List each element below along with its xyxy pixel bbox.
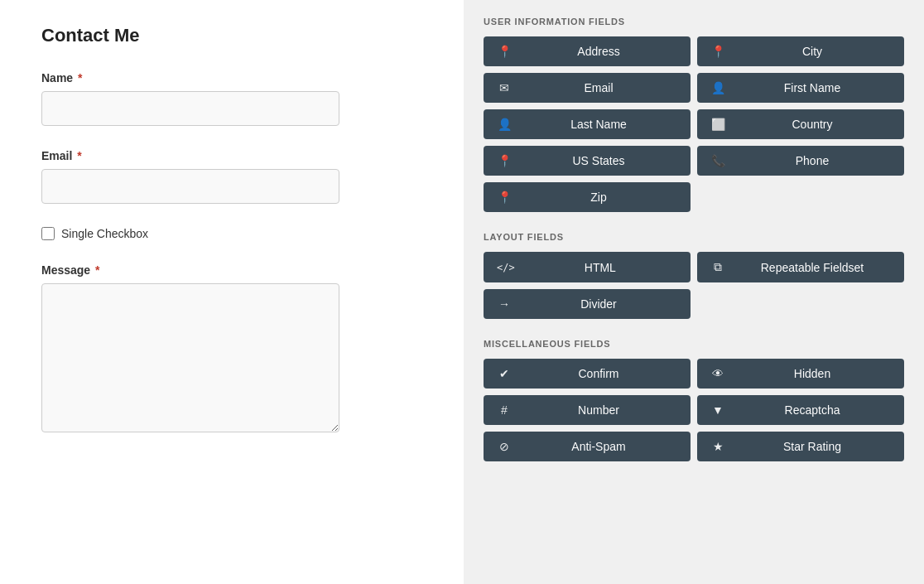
us-states-button[interactable]: 📍 US States xyxy=(484,146,691,176)
star-rating-button[interactable]: ★ Star Rating xyxy=(697,432,904,461)
single-checkbox[interactable] xyxy=(41,227,55,240)
checkbox-group: Single Checkbox xyxy=(41,227,422,240)
country-icon: ⬜ xyxy=(710,118,725,131)
user-info-title: USER INFORMATION FIELDS xyxy=(484,17,904,27)
page-title: Contact Me xyxy=(41,25,422,46)
html-button[interactable]: </> HTML xyxy=(484,252,691,282)
last-name-label: Last Name xyxy=(520,118,677,131)
message-textarea[interactable] xyxy=(41,283,339,432)
address-icon: 📍 xyxy=(497,45,512,58)
name-field-group: Name * xyxy=(41,71,422,126)
name-input[interactable] xyxy=(41,91,339,126)
first-name-button[interactable]: 👤 First Name xyxy=(697,73,904,103)
phone-icon: 📞 xyxy=(710,154,725,167)
divider-icon: → xyxy=(497,297,512,311)
confirm-label: Confirm xyxy=(520,367,677,380)
message-required: * xyxy=(95,263,99,277)
country-label: Country xyxy=(734,118,891,131)
country-button[interactable]: ⬜ Country xyxy=(697,109,904,139)
misc-grid: ✔ Confirm 👁 Hidden # Number ▼ Recaptcha … xyxy=(484,359,904,461)
email-icon: ✉ xyxy=(497,81,512,94)
anti-spam-label: Anti-Spam xyxy=(520,440,677,453)
html-icon: </> xyxy=(497,262,515,273)
recaptcha-icon: ▼ xyxy=(710,403,725,417)
left-panel: Contact Me Name * Email * Single Checkbo… xyxy=(0,0,464,584)
city-button[interactable]: 📍 City xyxy=(697,36,904,66)
last-name-icon: 👤 xyxy=(497,118,512,131)
html-label: HTML xyxy=(523,261,677,274)
layout-title: LAYOUT FIELDS xyxy=(484,232,904,242)
email-input[interactable] xyxy=(41,169,339,204)
number-label: Number xyxy=(520,403,677,417)
recaptcha-button[interactable]: ▼ Recaptcha xyxy=(697,395,904,425)
star-rating-icon: ★ xyxy=(710,440,725,453)
last-name-button[interactable]: 👤 Last Name xyxy=(484,109,691,139)
hidden-icon: 👁 xyxy=(710,367,725,380)
layout-section: LAYOUT FIELDS </> HTML ⧉ Repeatable Fiel… xyxy=(484,232,904,319)
anti-spam-button[interactable]: ⊘ Anti-Spam xyxy=(484,432,691,461)
first-name-label: First Name xyxy=(734,81,891,94)
repeatable-button[interactable]: ⧉ Repeatable Fieldset xyxy=(697,252,904,282)
confirm-icon: ✔ xyxy=(497,367,512,380)
misc-section: MISCELLANEOUS FIELDS ✔ Confirm 👁 Hidden … xyxy=(484,339,904,461)
name-required: * xyxy=(78,71,82,84)
repeatable-label: Repeatable Fieldset xyxy=(734,261,891,274)
us-states-icon: 📍 xyxy=(497,154,512,167)
address-label: Address xyxy=(520,45,677,58)
divider-label: Divider xyxy=(520,297,677,311)
anti-spam-icon: ⊘ xyxy=(497,440,512,453)
city-label: City xyxy=(734,45,891,58)
checkbox-label: Single Checkbox xyxy=(61,227,148,240)
zip-icon: 📍 xyxy=(497,191,512,204)
phone-label: Phone xyxy=(734,154,891,167)
hidden-button[interactable]: 👁 Hidden xyxy=(697,359,904,389)
city-icon: 📍 xyxy=(710,45,725,58)
hidden-label: Hidden xyxy=(734,367,891,380)
number-icon: # xyxy=(497,403,512,417)
email-field-button[interactable]: ✉ Email xyxy=(484,73,691,103)
recaptcha-label: Recaptcha xyxy=(734,403,891,417)
zip-label: Zip xyxy=(520,191,677,204)
email-label: Email * xyxy=(41,149,422,162)
email-field-label: Email xyxy=(520,81,677,94)
us-states-label: US States xyxy=(520,154,677,167)
repeatable-icon: ⧉ xyxy=(710,260,725,274)
confirm-button[interactable]: ✔ Confirm xyxy=(484,359,691,389)
email-required: * xyxy=(77,149,81,162)
email-field-group: Email * xyxy=(41,149,422,204)
message-field-group: Message * xyxy=(41,263,422,436)
right-panel: USER INFORMATION FIELDS 📍 Address 📍 City… xyxy=(464,0,924,584)
address-button[interactable]: 📍 Address xyxy=(484,36,691,66)
layout-grid: </> HTML ⧉ Repeatable Fieldset → Divider xyxy=(484,252,904,319)
user-info-section: USER INFORMATION FIELDS 📍 Address 📍 City… xyxy=(484,17,904,212)
first-name-icon: 👤 xyxy=(710,81,725,94)
star-rating-label: Star Rating xyxy=(734,440,891,453)
number-button[interactable]: # Number xyxy=(484,395,691,425)
zip-button[interactable]: 📍 Zip xyxy=(484,182,691,212)
user-info-grid: 📍 Address 📍 City ✉ Email 👤 First Name 👤 … xyxy=(484,36,904,212)
name-label: Name * xyxy=(41,71,422,84)
phone-button[interactable]: 📞 Phone xyxy=(697,146,904,176)
misc-title: MISCELLANEOUS FIELDS xyxy=(484,339,904,349)
divider-button[interactable]: → Divider xyxy=(484,289,691,319)
message-label: Message * xyxy=(41,263,422,277)
